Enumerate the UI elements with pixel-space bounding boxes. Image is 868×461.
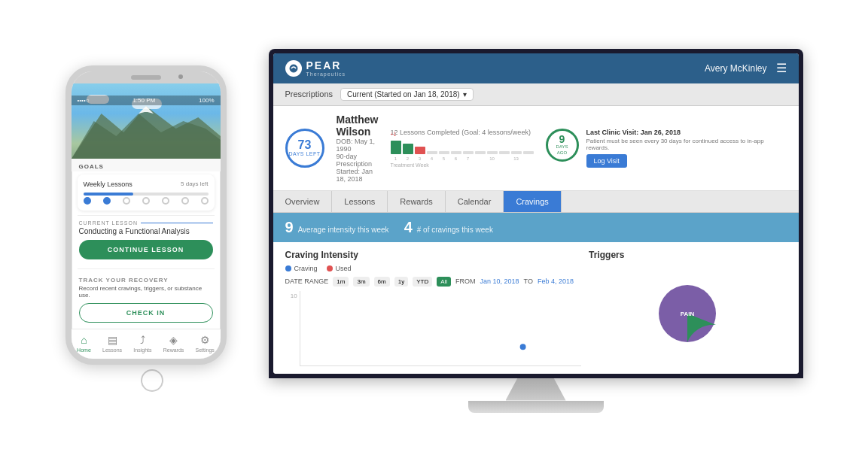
bar-w2 — [403, 144, 413, 154]
days-ago-number: 9 — [559, 134, 565, 144]
continue-lesson-button[interactable]: CONTINUE LESSON — [79, 240, 213, 259]
phone-status-bar: ••••○ 1:50 PM 100% — [72, 96, 221, 105]
slider-dot-6 — [181, 197, 189, 205]
nav-insights[interactable]: ⤴ Insights — [133, 334, 151, 353]
phone-camera — [178, 74, 183, 79]
range-1m[interactable]: 1m — [333, 277, 349, 287]
nav-lessons[interactable]: ▤ Lessons — [102, 334, 122, 353]
user-info: Avery McKinley ☰ — [705, 61, 786, 75]
cravings-main-area: Craving Intensity Craving Used — [273, 242, 799, 374]
tab-lessons[interactable]: Lessons — [332, 191, 388, 212]
bar-w9 — [487, 151, 498, 154]
lessons-title: 12 Lessons Completed (Goal: 4 lessons/we… — [391, 128, 534, 136]
craving-intensity-chart: Craving Intensity Craving Used — [285, 250, 582, 366]
range-all[interactable]: All — [437, 277, 451, 287]
date-range-controls: DATE RANGE 1m 3m 6m 1y YTD All FROM Jan … — [285, 277, 582, 287]
user-name: Avery McKinley — [705, 63, 766, 74]
legend-craving: Craving — [285, 265, 318, 272]
nav-lessons-label: Lessons — [102, 347, 122, 353]
phone-hero-image — [72, 83, 221, 159]
rewards-icon: ◈ — [169, 334, 178, 346]
avg-intensity-block: 9 Average intensity this week — [285, 219, 389, 236]
track-recovery-desc: Record recent cravings, triggers, or sub… — [72, 285, 221, 303]
logo-icon — [285, 60, 302, 77]
from-label: FROM — [455, 278, 476, 285]
range-6m[interactable]: 6m — [374, 277, 390, 287]
weekly-lessons-card: Weekly Lessons 5 days left — [78, 174, 215, 211]
check-in-button[interactable]: CHECK IN — [79, 303, 213, 323]
bar-w4 — [427, 151, 437, 154]
prescriptions-dropdown[interactable]: Current (Started on Jan 18, 2018) ▾ — [340, 88, 474, 101]
cravings-count-block: 4 # of cravings this week — [404, 219, 493, 236]
settings-icon: ⚙ — [200, 334, 210, 346]
monitor-screen: PEAR Therapeutics Avery McKinley ☰ Presc… — [269, 49, 803, 378]
bar-w8 — [475, 151, 486, 154]
scene: ••••○ 1:50 PM 100% — [0, 0, 868, 461]
insights-icon: ⤴ — [140, 334, 145, 346]
status-signal: ••••○ — [78, 97, 90, 104]
lessons-bars-chart — [391, 141, 534, 154]
monitor-stand — [506, 378, 566, 401]
nav-settings[interactable]: ⚙ Settings — [196, 334, 215, 353]
cravings-count-value: 4 — [404, 219, 413, 236]
to-date: Feb 4, 2018 — [538, 278, 574, 285]
monitor-device: PEAR Therapeutics Avery McKinley ☰ Presc… — [269, 49, 803, 413]
home-icon: ⌂ — [81, 334, 87, 346]
nav-rewards-label: Rewards — [163, 347, 184, 353]
hamburger-menu-icon[interactable]: ☰ — [776, 61, 787, 75]
progress-track[interactable] — [84, 193, 209, 196]
phone-navigation: ⌂ Home ▤ Lessons ⤴ Insights ◈ Rewards ⚙ — [72, 329, 221, 359]
bar-w10 — [499, 151, 510, 154]
lessons-block: 12 Lessons Completed (Goal: 4 lessons/we… — [391, 128, 534, 168]
legend-used: Used — [327, 265, 352, 272]
bar-w6 — [451, 151, 461, 154]
status-battery: 100% — [199, 97, 214, 104]
slider-dot-5 — [162, 197, 169, 205]
lessons-icon: ▤ — [108, 334, 117, 346]
range-3m[interactable]: 3m — [353, 277, 369, 287]
log-visit-button[interactable]: Log Visit — [586, 154, 627, 168]
prescriptions-current: Current (Started on Jan 18, 2018) — [347, 90, 460, 99]
app-header: PEAR Therapeutics Avery McKinley ☰ — [273, 53, 799, 83]
slider-dot-7 — [201, 197, 209, 205]
lesson-title: Conducting a Functional Analysis — [72, 226, 221, 240]
chart-title: Craving Intensity — [285, 250, 582, 260]
divider-1 — [78, 215, 215, 216]
slider-dot-1 — [84, 197, 91, 205]
tab-calendar[interactable]: Calendar — [446, 191, 504, 212]
days-left-label: 5 days left — [181, 180, 208, 187]
nav-home-label: Home — [77, 347, 91, 353]
tab-cravings[interactable]: Cravings — [504, 191, 561, 212]
bar-w12 — [523, 151, 534, 154]
clinic-details: Last Clinic Visit: Jan 26, 2018 Patient … — [586, 129, 787, 168]
goals-label: GOALS — [72, 159, 221, 171]
phone-home-button[interactable] — [141, 369, 163, 392]
patient-dob: DOB: May 1, 1990 — [337, 138, 379, 153]
prescriptions-bar: Prescriptions Current (Started on Jan 18… — [273, 83, 799, 106]
nav-rewards[interactable]: ◈ Rewards — [163, 334, 184, 353]
patient-started: Started: Jan 18, 2018 — [337, 168, 379, 183]
range-1y[interactable]: 1y — [394, 277, 408, 287]
phone-notch — [72, 71, 221, 83]
avg-intensity-value: 9 — [285, 219, 294, 236]
divider-2 — [78, 268, 215, 269]
cravings-stats-bar: 9 Average intensity this week 4 # of cra… — [273, 213, 799, 242]
triggers-title: Triggers — [589, 250, 786, 260]
bar-w11 — [511, 151, 522, 154]
tab-overview[interactable]: Overview — [273, 191, 333, 212]
nav-home[interactable]: ⌂ Home — [77, 334, 91, 353]
clinic-info-block: 9 DAYSAGO Last Clinic Visit: Jan 26, 201… — [546, 129, 787, 168]
app-logo: PEAR Therapeutics — [285, 59, 346, 77]
date-range-label: DATE RANGE — [285, 278, 329, 285]
tab-rewards[interactable]: Rewards — [388, 191, 445, 212]
range-ytd[interactable]: YTD — [413, 277, 432, 287]
slider-dots — [84, 197, 209, 205]
slider-dot-4 — [142, 197, 150, 205]
progress-fill — [84, 193, 133, 196]
days-left-circle: 73 DAYS LEFT — [285, 129, 324, 168]
logo-subtitle: Therapeutics — [306, 71, 346, 77]
avg-intensity-label: Average intensity this week — [298, 226, 389, 234]
prescriptions-label: Prescriptions — [285, 89, 333, 99]
svg-point-4 — [519, 344, 525, 350]
chart-legend: Craving Used — [285, 265, 582, 272]
